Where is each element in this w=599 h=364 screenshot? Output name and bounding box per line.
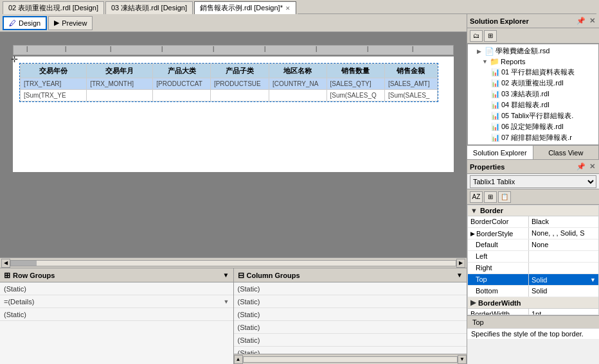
col-scroll-down-btn[interactable]: ▼ bbox=[458, 355, 467, 364]
props-page-btn[interactable]: 📋 bbox=[498, 191, 511, 203]
se-tab-cv-label: Class View bbox=[548, 149, 583, 157]
tab-1-label: 03 凍結表頭.rdl [Design] bbox=[111, 3, 187, 13]
data-cell-0-6: [SALES_AMT] bbox=[384, 78, 437, 90]
se-close-icon[interactable]: ✕ bbox=[588, 17, 596, 25]
ruler-horizontal: | | | | | | | | | bbox=[13, 45, 454, 55]
col-groups-body: (Static) (Static) (Static) (Static) (Sta bbox=[234, 282, 467, 354]
props-object-dropdown[interactable]: Tablix1 Tablix bbox=[470, 175, 596, 188]
right-panel: Solution Explorer 📌 ✕ 🗂 ⊞ ▶ 📄 bbox=[467, 14, 599, 364]
col-group-item-5[interactable]: (Static) bbox=[234, 347, 467, 354]
border-right-row[interactable]: Right bbox=[468, 263, 598, 274]
move-handle[interactable]: ✛ bbox=[11, 55, 18, 64]
pin-icon[interactable]: 📌 bbox=[575, 17, 587, 25]
row-groups-icon: ⊞ bbox=[4, 271, 10, 280]
col-group-item-0[interactable]: (Static) bbox=[234, 282, 467, 295]
tree-view: ▶ 📄 學雜費總金額.rsd ▼ 📁 Reports 📊 bbox=[467, 44, 599, 145]
se-header: Solution Explorer 📌 ✕ bbox=[467, 14, 599, 28]
report-item-label-5: 06 設定矩陣報表.rdl bbox=[501, 122, 564, 132]
report-canvas[interactable]: | | | | | | | | | ✛ bbox=[0, 32, 467, 257]
props-az-btn[interactable]: AZ bbox=[470, 191, 483, 203]
tree-report-item-2[interactable]: 📊 03 凍結表頭.rdl bbox=[469, 89, 597, 100]
tree-report-item-0[interactable]: 📊 01 平行群組資料表報表 bbox=[469, 67, 597, 78]
col-groups-menu-icon[interactable]: ▼ bbox=[456, 272, 463, 279]
border-top-row[interactable]: Top Solid ▼ bbox=[468, 274, 598, 286]
se-tab-class-view[interactable]: Class View bbox=[533, 146, 600, 159]
se-tab-sol-label: Solution Explorer bbox=[473, 149, 527, 157]
col-header-1: 交易年月 bbox=[87, 64, 153, 78]
report-surface: ✛ 交易年份 交易年月 产品大类 产品子类 地区名称 销售数量 bbox=[13, 56, 454, 172]
report-item-label-2: 03 凍結表頭.rdl bbox=[501, 89, 550, 99]
props-close-icon[interactable]: ✕ bbox=[588, 162, 596, 171]
report-table-wrapper[interactable]: ✛ 交易年份 交易年月 产品大类 产品子类 地区名称 销售数量 bbox=[19, 63, 438, 102]
tab-2[interactable]: 銷售報表示例.rdl [Design]* ✕ bbox=[194, 1, 296, 14]
report-item-label-3: 04 群組報表.rdl bbox=[501, 100, 550, 110]
tree-report-item-5[interactable]: 📊 06 設定矩陣報表.rdl bbox=[469, 121, 597, 132]
col-header-0: 交易年份 bbox=[21, 64, 87, 78]
tree-report-item-3[interactable]: 📊 04 群組報表.rdl bbox=[469, 100, 597, 110]
scroll-right-btn[interactable]: ▶ bbox=[456, 259, 465, 268]
data-cell-1-6: [Sum(SALES_ bbox=[384, 90, 437, 101]
se-tool-btn-1[interactable]: ⊞ bbox=[484, 30, 497, 42]
col-header-4: 地区名称 bbox=[269, 64, 326, 78]
row-group-item-2[interactable]: (Static) bbox=[0, 308, 233, 321]
se-tab-solution-explorer[interactable]: Solution Explorer bbox=[467, 146, 533, 159]
groups-area: ⊞ Row Groups ▼ (Static) =(Details) ▼ bbox=[0, 268, 467, 364]
col-group-item-4[interactable]: (Static) bbox=[234, 334, 467, 347]
row-groups-menu-icon[interactable]: ▼ bbox=[223, 272, 229, 279]
col-group-item-1[interactable]: (Static) bbox=[234, 295, 467, 308]
border-default-row[interactable]: Default None bbox=[468, 239, 598, 251]
reports-expand-icon: ▼ bbox=[482, 58, 488, 65]
tab-1[interactable]: 03 凍結表頭.rdl [Design] bbox=[105, 1, 193, 14]
border-top-value: Solid bbox=[532, 276, 547, 284]
borderwidth-section-header[interactable]: ▶ BorderWidth bbox=[468, 297, 598, 309]
border-left-row[interactable]: Left bbox=[468, 251, 598, 263]
col-group-item-3[interactable]: (Static) bbox=[234, 321, 467, 334]
data-cell-0-5: [SALES_QTY] bbox=[326, 78, 384, 90]
scroll-left-btn[interactable]: ◀ bbox=[1, 259, 10, 268]
border-top-dropdown-icon[interactable]: ▼ bbox=[590, 277, 596, 283]
col-groups-scrollbar[interactable]: ▲ ▼ bbox=[234, 354, 467, 364]
col-scroll-up-btn[interactable]: ▲ bbox=[234, 355, 243, 364]
report-file-icon-6: 📊 bbox=[491, 134, 500, 142]
props-pin-icon[interactable]: 📌 bbox=[575, 162, 587, 171]
tab-0[interactable]: 02 表頭重複出現.rdl [Design] bbox=[3, 1, 104, 14]
details-arrow-icon: ▼ bbox=[224, 299, 229, 305]
border-style-row[interactable]: ▶ BorderStyle None, , , Solid, S bbox=[468, 228, 598, 239]
report-data-table: 交易年份 交易年月 产品大类 产品子类 地区名称 销售数量 销售金额 bbox=[20, 64, 438, 101]
row-group-item-0[interactable]: (Static) bbox=[0, 282, 233, 295]
reports-folder-label: Reports bbox=[501, 58, 526, 65]
col-header-3: 产品子类 bbox=[210, 64, 269, 78]
border-section-header[interactable]: ▼ Border bbox=[468, 205, 598, 216]
report-item-label-1: 02 表頭重複出現.rdl bbox=[501, 78, 564, 88]
tab-0-label: 02 表頭重複出現.rdl [Design] bbox=[8, 3, 98, 13]
props-status-text: Top bbox=[472, 318, 484, 326]
props-toolbar: AZ ⊞ 📋 bbox=[467, 189, 599, 205]
h-scroll-track[interactable] bbox=[10, 260, 456, 266]
props-cat-btn[interactable]: ⊞ bbox=[484, 191, 497, 203]
tree-report-item-4[interactable]: 📊 05 Tablix平行群組報表. bbox=[469, 110, 597, 121]
tab-2-label: 銷售報表示例.rdl [Design]* bbox=[200, 3, 283, 13]
preview-button[interactable]: ▶ Preview bbox=[48, 16, 93, 30]
tree-reports-folder[interactable]: ▼ 📁 Reports bbox=[469, 56, 597, 67]
borderwidth-row[interactable]: BorderWidth 1pt bbox=[468, 309, 598, 315]
props-object-select: Tablix1 Tablix bbox=[467, 174, 599, 189]
border-color-row[interactable]: BorderColor Black bbox=[468, 216, 598, 228]
tree-report-item-1[interactable]: 📊 02 表頭重複出現.rdl bbox=[469, 78, 597, 89]
tree-report-item-6[interactable]: 📊 07 縮排群組矩陣報表.r bbox=[469, 132, 597, 143]
col-scroll-track[interactable] bbox=[243, 356, 458, 363]
border-bottom-row[interactable]: Bottom Solid bbox=[468, 286, 598, 297]
report-item-label-0: 01 平行群組資料表報表 bbox=[501, 67, 575, 77]
row-group-item-1[interactable]: =(Details) ▼ bbox=[0, 295, 233, 308]
props-title: Properties bbox=[470, 163, 505, 171]
tab-2-close[interactable]: ✕ bbox=[285, 5, 291, 12]
col-group-item-2[interactable]: (Static) bbox=[234, 308, 467, 321]
h-scrollbar[interactable]: ◀ ▶ bbox=[0, 257, 467, 268]
col-header-2: 产品大类 bbox=[153, 64, 211, 78]
report-item-label-4: 05 Tablix平行群組報表. bbox=[501, 111, 573, 121]
tree-root-item[interactable]: ▶ 📄 學雜費總金額.rsd bbox=[469, 46, 597, 56]
se-tool-btn-0[interactable]: 🗂 bbox=[470, 30, 483, 42]
root-item-label: 學雜費總金額.rsd bbox=[496, 46, 550, 56]
se-toolbar: 🗂 ⊞ bbox=[467, 28, 599, 44]
design-button[interactable]: 🖊 Design bbox=[3, 16, 47, 30]
row-groups-body: (Static) =(Details) ▼ (Static) bbox=[0, 282, 233, 364]
